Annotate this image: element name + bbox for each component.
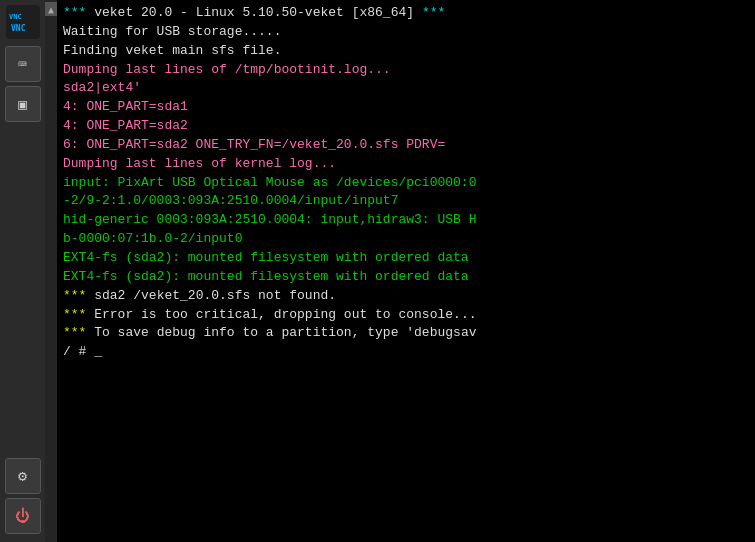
terminal-text: *** veket 20.0 - Linux 5.10.50-veket [x8… (63, 4, 749, 362)
scrollbar[interactable]: ▲ (45, 0, 57, 542)
svg-text:VNC: VNC (11, 24, 26, 33)
svg-rect-0 (6, 5, 40, 39)
vnc-logo: VNC VNC (5, 4, 41, 40)
display-icon: ▣ (18, 96, 26, 112)
scroll-up-arrow[interactable]: ▲ (45, 2, 57, 16)
power-button[interactable]: ⏻ (5, 498, 41, 534)
terminal-output: *** veket 20.0 - Linux 5.10.50-veket [x8… (57, 0, 755, 542)
settings-button[interactable]: ⚙ (5, 458, 41, 494)
sidebar: VNC VNC ⌨ ▣ ⚙ ⏻ (0, 0, 45, 542)
display-button[interactable]: ▣ (5, 86, 41, 122)
keyboard-icon: ⌨ (18, 56, 26, 72)
keyboard-button[interactable]: ⌨ (5, 46, 41, 82)
svg-text:VNC: VNC (9, 13, 22, 21)
gear-icon: ⚙ (18, 467, 27, 485)
power-icon: ⏻ (15, 507, 30, 525)
